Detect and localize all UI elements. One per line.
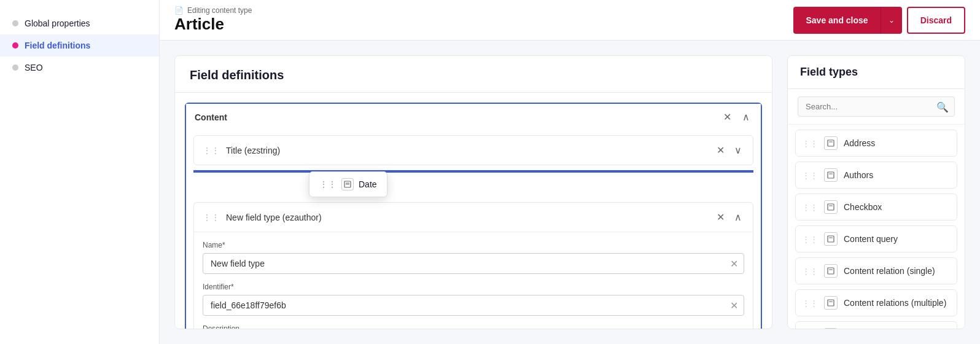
discard-button[interactable]: Discard <box>907 7 965 34</box>
name-clear-btn[interactable]: ✕ <box>730 258 738 270</box>
field-row-title: ⋮⋮ Title (ezstring) ✕ ∨ <box>193 135 753 165</box>
svg-rect-3 <box>828 140 834 146</box>
search-icon: 🔍 <box>936 101 949 112</box>
ft-drag-authors: ⋮⋮ <box>802 171 818 180</box>
save-close-group: Save and close ⌄ <box>793 7 901 34</box>
field-row-body: Name* ✕ Identifier* <box>194 232 753 329</box>
tooltip-drag-handle: ⋮⋮ <box>319 179 336 189</box>
field-type-content-relations-multiple[interactable]: ⋮⋮ Content relations (multiple) <box>795 289 957 316</box>
identifier-label: Identifier* <box>203 283 744 291</box>
field-type-address[interactable]: ⋮⋮ Address <box>795 130 957 157</box>
sidebar-dot <box>12 20 18 26</box>
page-header: 📄 Editing content type Article Save and … <box>160 0 980 41</box>
ft-icon-authors <box>824 168 838 182</box>
name-input[interactable] <box>203 253 744 274</box>
group-name: Content <box>195 112 227 122</box>
field-panel-body: Content ✕ ∧ ⋮⋮ Title (ezstring) <box>175 93 772 329</box>
field-title-close[interactable]: ✕ <box>714 143 727 157</box>
drag-tooltip: ⋮⋮ Date <box>186 171 761 197</box>
group-header: Content ✕ ∧ <box>186 104 761 130</box>
ft-icon-content-query <box>824 232 838 246</box>
ft-drag-address: ⋮⋮ <box>802 139 818 148</box>
ft-icon-cr-single <box>824 264 838 278</box>
sidebar-item-seo[interactable]: SEO <box>0 57 159 79</box>
sidebar-dot-active <box>12 42 18 49</box>
ft-label-checkbox: Checkbox <box>844 202 882 212</box>
sidebar-label-active: Field definitions <box>25 41 90 50</box>
identifier-input[interactable] <box>203 295 744 316</box>
sidebar-item-global-properties[interactable]: Global properties <box>0 12 159 34</box>
save-close-chevron[interactable]: ⌄ <box>881 7 902 34</box>
field-new-close[interactable]: ✕ <box>714 210 727 224</box>
identifier-input-wrap: ✕ <box>203 295 744 316</box>
field-types-search-wrap: 🔍 <box>788 89 965 125</box>
svg-rect-9 <box>828 236 834 242</box>
tooltip-field-icon <box>341 178 354 190</box>
header-actions: Save and close ⌄ Discard <box>793 7 965 34</box>
name-label: Name* <box>203 241 744 249</box>
field-type-checkbox[interactable]: ⋮⋮ Checkbox <box>795 194 957 221</box>
sidebar-label-seo: SEO <box>25 63 43 72</box>
doc-icon: 📄 <box>174 6 184 15</box>
ft-label-cr-multiple: Content relations (multiple) <box>844 298 946 308</box>
save-close-button[interactable]: Save and close <box>793 7 880 34</box>
description-group: Description <box>203 324 744 329</box>
field-title-actions: ✕ ∨ <box>714 143 744 157</box>
field-title-label: Title (ezstring) <box>226 146 714 155</box>
description-label: Description <box>203 324 744 329</box>
svg-rect-11 <box>828 268 834 274</box>
ft-icon-cr-multiple <box>824 296 838 310</box>
tooltip-label: Date <box>359 179 377 189</box>
ft-drag-checkbox: ⋮⋮ <box>802 203 818 212</box>
field-type-content-query[interactable]: ⋮⋮ Content query <box>795 225 957 252</box>
field-title-expand[interactable]: ∨ <box>732 143 744 157</box>
field-types-panel: Field types 🔍 ⋮⋮ Address ⋮⋮ <box>787 55 965 329</box>
page-title-area: 📄 Editing content type Article <box>174 6 252 34</box>
ft-label-authors: Authors <box>844 170 873 180</box>
group-actions: ✕ ∧ <box>721 110 752 124</box>
field-row-new: ⋮⋮ New field type (ezauthor) ✕ ∧ <box>193 202 753 329</box>
sidebar: Global properties Field definitions SEO <box>0 0 160 344</box>
group-close-btn[interactable]: ✕ <box>721 110 734 124</box>
drag-handle-title[interactable]: ⋮⋮ <box>203 146 220 155</box>
ft-label-content-query: Content query <box>844 234 898 244</box>
ft-icon-country <box>824 328 838 329</box>
field-types-list: ⋮⋮ Address ⋮⋮ Authors ⋮⋮ <box>788 125 965 329</box>
name-input-wrap: ✕ <box>203 253 744 274</box>
field-new-actions: ✕ ∧ <box>714 210 744 224</box>
field-types-header: Field types <box>788 56 965 89</box>
sidebar-label: Global properties <box>25 18 90 28</box>
field-new-label: New field type (ezauthor) <box>226 213 714 222</box>
field-new-expand[interactable]: ∧ <box>732 210 744 224</box>
field-panel-header: Field definitions <box>175 56 772 93</box>
identifier-group: Identifier* ✕ <box>203 283 744 316</box>
field-definitions-panel: Field definitions Content ✕ ∧ <box>174 55 772 329</box>
main-content: 📄 Editing content type Article Save and … <box>160 0 980 344</box>
name-group: Name* ✕ <box>203 241 744 274</box>
svg-rect-7 <box>828 204 834 210</box>
page-title: Article <box>174 15 252 34</box>
ft-drag-cr-single: ⋮⋮ <box>802 267 818 276</box>
field-panel-title: Field definitions <box>190 68 757 82</box>
drag-tooltip-inner: ⋮⋮ Date <box>309 171 387 197</box>
drag-handle-new[interactable]: ⋮⋮ <box>203 213 220 222</box>
field-type-authors[interactable]: ⋮⋮ Authors <box>795 162 957 189</box>
identifier-clear-btn[interactable]: ✕ <box>730 300 738 311</box>
ft-drag-cr-multiple: ⋮⋮ <box>802 299 818 308</box>
field-types-search-input[interactable] <box>798 96 955 117</box>
field-row-new-header: ⋮⋮ New field type (ezauthor) ✕ ∧ <box>194 203 753 232</box>
field-type-content-relation-single[interactable]: ⋮⋮ Content relation (single) <box>795 257 957 284</box>
sidebar-item-field-definitions[interactable]: Field definitions <box>0 34 159 57</box>
ft-icon-address <box>824 136 838 150</box>
sidebar-dot-seo <box>12 64 18 71</box>
group-collapse-btn[interactable]: ∧ <box>740 110 752 124</box>
field-row-title-header: ⋮⋮ Title (ezstring) ✕ ∨ <box>194 136 753 165</box>
svg-rect-5 <box>828 172 834 178</box>
field-type-country[interactable]: ⋮⋮ Country <box>795 321 957 329</box>
ft-label-cr-single: Content relation (single) <box>844 266 935 276</box>
ft-drag-content-query: ⋮⋮ <box>802 235 818 244</box>
ft-label-address: Address <box>844 138 875 148</box>
ft-icon-checkbox <box>824 200 838 214</box>
content-area: Field definitions Content ✕ ∧ <box>160 41 980 344</box>
editing-label: 📄 Editing content type <box>174 6 252 15</box>
